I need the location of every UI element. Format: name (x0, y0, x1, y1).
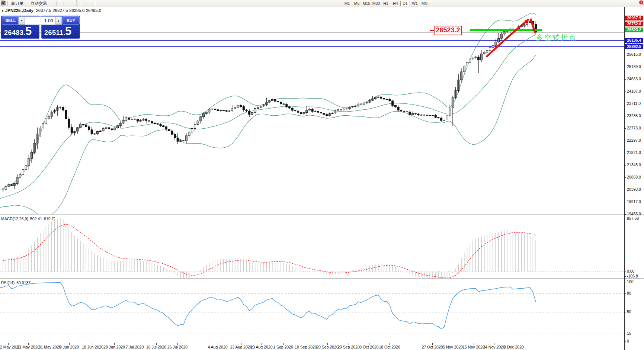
toolbar-separator (64, 1, 64, 6)
x-axis-date-label: 18 Jun 2020 (82, 345, 103, 349)
price-axis-tick: 20869.0 (627, 175, 644, 179)
x-axis-date-label: 23 Aug 2020 (251, 345, 273, 349)
volume-increase-button[interactable]: ▲ (55, 17, 62, 25)
sell-button[interactable]: SELL (2, 16, 19, 25)
turning-point-annotation[interactable]: 多空转折点 (536, 33, 577, 42)
x-axis-date-label: 3 Dec 2020 (504, 345, 524, 349)
price-axis-tick: 25615.0 (627, 52, 644, 57)
crosshair-icon[interactable] (77, 0, 79, 6)
rsi-axis-tick: 80 (627, 291, 644, 295)
rsi-axis-tick: 50 (627, 310, 644, 314)
macd-axis-tick: 857.58 (627, 216, 644, 221)
toolbar-separator (7, 1, 8, 6)
x-axis-date-label: 10 Sep 2020 (295, 345, 317, 349)
price-axis-tick: 24187.0 (627, 89, 644, 93)
autotrade-icon[interactable]: 自动交易 (29, 0, 48, 6)
price-level-tag: 25892.5 (625, 44, 643, 49)
toolbar-separator (49, 1, 49, 6)
price-axis-tick: 21821.0 (627, 151, 644, 155)
trading-terminal: { "toolbar": { "items": [ {"icon":"chart… (0, 0, 644, 350)
x-axis-date-label: 21 May 2020 (17, 345, 40, 349)
timeframe-button-mn[interactable]: MN (420, 1, 429, 6)
chart-title: ▲JPN225-,Daily 26377.5 26527.5 26285.0 2… (1, 8, 101, 13)
rsi-value: 60.0137 (16, 280, 31, 285)
x-axis-date-label: 18 Oct 2020 (379, 345, 400, 349)
macd-value: 502.41 (30, 216, 42, 221)
x-axis-date-label: 29 Sep 2020 (337, 345, 360, 349)
timeframe-button-m15[interactable]: M15 (362, 1, 371, 6)
price-axis-tick: 21345.0 (627, 163, 644, 167)
toolbar-right-group: 1 (640, 0, 643, 6)
arrows-icon[interactable] (92, 0, 94, 6)
x-axis-date-label: 8 Oct 2020 (359, 345, 378, 349)
chart-canvas (0, 0, 644, 350)
macd-axis-tick: 0.00 (627, 269, 644, 273)
toolbar-left-group: 新订单自动交易AT (0, 0, 97, 6)
x-axis-date-label: 27 Oct 2020 (422, 345, 443, 349)
x-axis-date-label: 16 Jul 2020 (146, 345, 166, 349)
templates-icon[interactable] (71, 0, 73, 6)
toolbar-separator (56, 1, 57, 6)
sell-price[interactable]: 26483.5 (4, 27, 32, 37)
price-axis-tick: 23711.0 (627, 102, 644, 106)
x-axis-date-label: 4 Aug 2020 (208, 345, 227, 349)
x-axis-date-label: 31 May 2020 (39, 345, 61, 349)
volume-input[interactable] (25, 17, 55, 25)
x-axis-date-label: 7 Jul 2020 (126, 345, 144, 349)
toolbar: 新订单自动交易AT M1M5M15M30H1H4D1W1MN 1 (0, 0, 644, 7)
rsi-axis-tick: 0 (627, 339, 644, 343)
timeframe-button-m30[interactable]: M30 (371, 1, 381, 6)
title-ohlc-values: 26377.5 26527.5 26285.0 26485.0 (36, 8, 101, 13)
price-axis-tick: 22297.0 (627, 138, 644, 142)
notifications-icon[interactable]: 1 (642, 0, 643, 6)
price-axis-tick: 19917.0 (627, 200, 644, 204)
timeframe-button-h4[interactable]: H4 (391, 1, 400, 6)
price-level-tag: 26135.4 (625, 38, 643, 43)
toolbar-separator (80, 1, 81, 6)
price-level-tag: 26523.2 (625, 28, 643, 32)
x-axis-date-label: 28 Jun 2020 (103, 345, 125, 349)
price-level-tag: 26967.9 (625, 16, 643, 20)
rsi-axis-tick: 15 (627, 331, 644, 335)
price-axis-tick: 22773.0 (627, 126, 644, 130)
timeframe-button-d1[interactable]: D1 (400, 1, 410, 6)
macd-signal-value: 619.71 (44, 216, 56, 221)
volume-box: ▼ ▲ (18, 16, 62, 25)
buy-price[interactable]: 26511.5 (44, 27, 71, 37)
volume-decrease-button[interactable]: ▼ (19, 17, 25, 25)
buy-button[interactable]: BUY (62, 16, 80, 25)
timeframe-button-m1[interactable]: M1 (342, 1, 352, 6)
x-axis-date-label: 9 Jun 2020 (60, 345, 79, 349)
price-axis-tick: 24663.0 (627, 77, 644, 81)
tile-windows-icon[interactable] (61, 0, 63, 6)
x-axis-date-label: 24 Nov 2020 (483, 345, 505, 349)
x-axis-date-label: 15 Nov 2020 (462, 345, 485, 349)
one-click-trade-panel: SELL BUY ▼ ▲ 26483.5 26511.5 (1, 16, 80, 39)
title-marker-icon: ▲ (1, 9, 4, 12)
timeframe-button-m5[interactable]: M5 (352, 1, 362, 6)
macd-name: MACD(12,26,9) (1, 216, 28, 221)
rsi-axis-tick: 100 (627, 280, 644, 284)
x-axis-date-label: 1 Sep 2020 (273, 345, 293, 349)
macd-label: MACD(12,26,9)502.41619.71 (1, 216, 58, 221)
price-axis-tick: 23235.0 (627, 114, 644, 118)
rsi-label: RSI(14)60.0137 (1, 280, 32, 285)
price-callout-box[interactable]: 26523.2 (434, 26, 462, 35)
notification-badge: 1 (639, 0, 643, 4)
line-chart-icon[interactable] (54, 0, 55, 6)
price-level-tag: 26752.6 (625, 22, 643, 26)
macd-axis-tick: -106.8 (627, 274, 644, 278)
symbol-name: JPN225-,Daily (5, 8, 33, 13)
toolbar-separator (74, 1, 75, 6)
timeframe-button-w1[interactable]: W1 (410, 1, 420, 6)
x-axis-date-label: 13 Aug 2020 (230, 345, 252, 349)
rsi-name: RSI(14) (1, 280, 15, 285)
x-axis-date-label: 5 Nov 2020 (443, 345, 463, 349)
price-axis-tick: 20393.0 (627, 187, 644, 192)
timeframe-bar: M1M5M15M30H1H4D1W1MN (342, 0, 429, 6)
new-order-icon[interactable]: 新订单 (9, 0, 24, 6)
x-axis-date-label: 20 Sep 2020 (316, 345, 339, 349)
x-axis-date-label: 26 Jul 2020 (167, 345, 188, 349)
timeframe-button-h1[interactable]: H1 (381, 1, 391, 6)
price-axis-tick: 19455.0 (627, 212, 644, 216)
